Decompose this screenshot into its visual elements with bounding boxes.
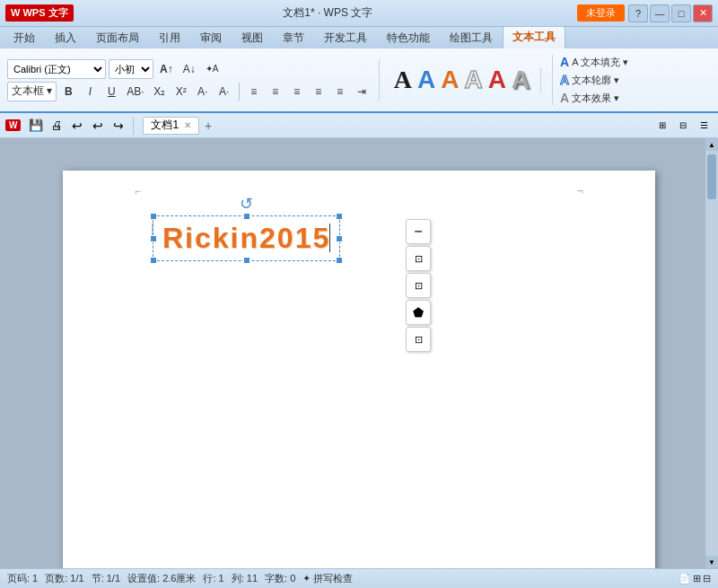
strikethrough-btn[interactable]: AB· <box>123 82 147 101</box>
float-btn-4[interactable]: ⊡ <box>406 327 431 352</box>
rotation-handle[interactable]: ↺ <box>240 194 253 214</box>
handle-mr[interactable] <box>336 235 343 242</box>
status-wordcount: 字数: 0 <box>265 572 295 585</box>
tab-view-icon[interactable]: ⊟ <box>674 117 692 135</box>
tab-text-tools[interactable]: 文本工具 <box>503 26 565 48</box>
redo-icon[interactable]: ↪ <box>109 117 127 135</box>
text-fill-btn[interactable]: A A 文本填充 ▾ <box>560 55 628 69</box>
text-outline-btn[interactable]: A 文本轮廓 ▾ <box>560 73 628 87</box>
text-style-black[interactable]: A <box>394 67 412 92</box>
tab-start[interactable]: 开始 <box>4 27 45 48</box>
float-minus-btn[interactable]: − <box>406 219 431 244</box>
superscript-btn[interactable]: X² <box>171 82 191 101</box>
font-section: Calibri (正文) 小初 A↑ A↓ ✦A 文本框 ▾ B I U AB·… <box>7 59 380 101</box>
print-icon[interactable]: 🖨 <box>48 117 66 135</box>
document-title: 文档1* · WPS 文字 <box>79 5 577 21</box>
align-center-btn[interactable]: ≡ <box>266 82 285 101</box>
maximize-button[interactable]: □ <box>671 4 691 22</box>
align-justify-btn[interactable]: ≡ <box>309 82 328 101</box>
align-right-btn[interactable]: ≡ <box>287 82 307 101</box>
underline-btn[interactable]: U <box>101 82 121 101</box>
float-btn-3[interactable]: ⬟ <box>406 300 431 325</box>
font-size-select[interactable]: 小初 <box>109 59 153 79</box>
tab-references[interactable]: 引用 <box>149 27 190 48</box>
clear-format-btn[interactable]: ✦A <box>202 59 223 79</box>
tab-chapter[interactable]: 章节 <box>273 27 314 48</box>
font-shrink-btn[interactable]: A↓ <box>180 59 199 79</box>
tab-insert[interactable]: 插入 <box>45 27 86 48</box>
floating-toolbar: − ⊡ ⊡ ⬟ ⊡ <box>406 219 431 352</box>
status-spellcheck[interactable]: ✦ 拼写检查 <box>302 572 353 585</box>
text-style-red[interactable]: A <box>488 67 506 92</box>
tab-draw-tools[interactable]: 绘图工具 <box>440 27 503 48</box>
handle-tm[interactable] <box>243 213 250 220</box>
title-bar: W WPS 文字 文档1* · WPS 文字 未登录 ? — □ ✕ <box>0 0 718 27</box>
font-name-select[interactable]: Calibri (正文) <box>7 59 106 79</box>
top-right-corner: ¬ <box>577 185 583 197</box>
tab-review[interactable]: 审阅 <box>190 27 232 48</box>
content-area: ⌐ ¬ | ↺ <box>0 138 718 568</box>
indent-btn[interactable]: ⇥ <box>352 82 372 101</box>
status-col: 列: 11 <box>232 572 258 585</box>
status-row: 行: 1 <box>203 572 223 585</box>
handle-tr[interactable] <box>336 213 343 220</box>
italic-btn[interactable]: I <box>80 82 100 101</box>
save-icon[interactable]: 💾 <box>27 117 45 135</box>
tab-view[interactable]: 视图 <box>232 27 273 48</box>
font-color-btn[interactable]: A· <box>193 82 213 101</box>
help-button[interactable]: ? <box>628 4 648 22</box>
text-effect-btn[interactable]: A 文本效果 ▾ <box>560 91 628 105</box>
handle-br[interactable] <box>336 257 343 264</box>
font-grow-btn[interactable]: A↑ <box>156 59 177 79</box>
text-box-content[interactable]: Rickin2015 <box>162 222 330 255</box>
new-tab-button[interactable]: + <box>199 117 217 135</box>
text-box-container[interactable]: ↺ Rickin2015 <box>153 215 340 261</box>
tab-right-icon[interactable]: ⊞ <box>653 117 671 135</box>
ribbon-content: Calibri (正文) 小初 A↑ A↓ ✦A 文本框 ▾ B I U AB·… <box>0 48 718 113</box>
text-frame-dropdown[interactable]: 文本框 ▾ <box>7 82 57 101</box>
tab-developer[interactable]: 开发工具 <box>314 27 377 48</box>
handle-tl[interactable] <box>150 213 157 220</box>
handle-ml[interactable] <box>150 235 157 242</box>
minimize-button[interactable]: — <box>650 4 670 22</box>
text-style-shadow[interactable]: A <box>512 67 530 92</box>
undo-icon[interactable]: ↩ <box>68 117 86 135</box>
login-button[interactable]: 未登录 <box>577 4 625 22</box>
wps-logo[interactable]: W WPS 文字 <box>5 4 74 22</box>
bold-btn[interactable]: B <box>58 82 78 101</box>
handle-bl[interactable] <box>150 257 157 264</box>
text-format-group: A A 文本填充 ▾ A 文本轮廓 ▾ A 文本效果 ▾ <box>552 55 628 105</box>
scroll-up-btn[interactable]: ▲ <box>705 138 718 151</box>
status-icons: 📄 ⊞ ⊟ <box>679 573 711 584</box>
text-cursor <box>329 224 331 252</box>
scroll-thumb[interactable] <box>707 154 716 199</box>
close-button[interactable]: ✕ <box>693 4 713 22</box>
distribute-btn[interactable]: ≡ <box>330 82 350 101</box>
text-style-group: A A A A A A <box>383 67 541 92</box>
document-page: ⌐ ¬ | ↺ <box>63 171 655 568</box>
doc-tab-1[interactable]: 文档1 ✕ <box>143 117 199 135</box>
tab-close-icon[interactable]: ✕ <box>184 120 191 130</box>
window-buttons: ? — □ ✕ <box>628 4 713 22</box>
handle-bm[interactable] <box>243 257 250 264</box>
subscript-btn[interactable]: X₂ <box>150 82 170 101</box>
document-viewport[interactable]: ⌐ ¬ | ↺ <box>0 138 718 568</box>
undo2-icon[interactable]: ↩ <box>89 117 107 135</box>
scroll-down-btn[interactable]: ▼ <box>705 556 718 568</box>
vertical-scrollbar[interactable]: ▲ ▼ <box>705 138 718 568</box>
float-btn-1[interactable]: ⊡ <box>406 246 431 271</box>
float-btn-2[interactable]: ⊡ <box>406 273 431 298</box>
tab-special[interactable]: 特色功能 <box>377 27 440 48</box>
align-left-btn[interactable]: ≡ <box>244 82 264 101</box>
tab-page-layout[interactable]: 页面布局 <box>86 27 149 48</box>
status-setting: 设置值: 2.6厘米 <box>127 572 196 585</box>
status-bar: 页码: 1 页数: 1/1 节: 1/1 设置值: 2.6厘米 行: 1 列: … <box>0 568 718 588</box>
text-box[interactable]: Rickin2015 <box>153 215 340 261</box>
text-style-orange[interactable]: A <box>441 67 459 92</box>
highlight-btn[interactable]: A· <box>215 82 234 101</box>
tab-hide-icon[interactable]: ☰ <box>695 117 713 135</box>
text-style-blue[interactable]: A <box>417 67 435 92</box>
main-layout: W WPS 文字 文档1* · WPS 文字 未登录 ? — □ ✕ 开始 插入… <box>0 0 718 588</box>
quick-wps-logo: W <box>5 119 21 131</box>
text-style-gray-outline[interactable]: A <box>464 67 482 92</box>
